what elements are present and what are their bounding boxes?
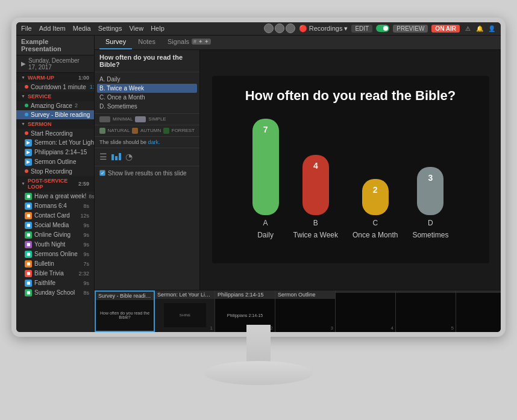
tab-notes[interactable]: Notes xyxy=(132,36,161,50)
bell-icon[interactable]: 🔔 xyxy=(475,24,484,33)
sidebar-date[interactable]: ▶ Sunday, December 17, 2017 xyxy=(16,55,94,73)
social-label: Social Media xyxy=(34,222,69,228)
tab-bar: Survey Notes Signals # ✦ ✦ xyxy=(95,36,501,50)
sidebar-item-romans[interactable]: ◼ Romans 6:4 8s xyxy=(16,201,94,211)
show-live-label: Show live results on this slide xyxy=(108,170,187,177)
sidebar-item-sunday-school[interactable]: ◼ Sunday School 8s xyxy=(16,288,94,298)
filmstrip-item-1[interactable]: Sermon: Let Your Light SHINE 1 xyxy=(155,290,215,332)
bulletin-time: 7s xyxy=(83,261,89,267)
collapse-sermon-icon: ▼ xyxy=(21,122,25,126)
signals-badge: # ✦ ✦ xyxy=(192,39,211,45)
filmstrip-label-3: Sermon Outline xyxy=(275,290,335,299)
section-service[interactable]: ▼ SERVICE xyxy=(16,92,94,101)
filmstrip-thumb-text-2: Philippians 2:14-15 xyxy=(226,312,265,319)
bar-daily-text: Daily xyxy=(257,231,274,239)
theme-natural-label: NATURAL xyxy=(108,128,130,133)
section-postservice[interactable]: ▼ POST-SERVICE LOOP 2:59 xyxy=(16,176,94,192)
bar-chart-icon[interactable] xyxy=(111,152,122,162)
sidebar-title: Example Presentation xyxy=(16,36,94,55)
tab-survey[interactable]: Survey xyxy=(99,36,132,50)
sidebar-item-sermon-outline[interactable]: ▶ Sermon Outline xyxy=(16,157,94,167)
sidebar-item-survey[interactable]: Survey - Bible reading xyxy=(16,110,94,119)
filmstrip-item-6[interactable]: 6 xyxy=(456,290,501,332)
sidebar-item-sermons-online[interactable]: ◼ Sermons Online 9s xyxy=(16,249,94,259)
menu-view[interactable]: View xyxy=(129,25,143,32)
show-live-checkbox[interactable]: ✓ xyxy=(99,170,105,176)
trivia-label: Bible Trivia xyxy=(34,270,64,277)
dot-stop-icon xyxy=(25,169,28,173)
survey-option-a[interactable]: A. Daily xyxy=(99,75,195,84)
filmstrip-thumb-5 xyxy=(396,293,456,332)
filmstrip-item-4[interactable]: 4 xyxy=(336,290,396,332)
sidebar-item-contact[interactable]: ◼ Contact Card 12s xyxy=(16,211,94,221)
dark-link[interactable]: dark. xyxy=(148,139,160,145)
filmstrip-label-0: Survey - Bible reading xyxy=(96,292,154,300)
preview-button[interactable]: PREVIEW xyxy=(393,25,428,33)
sidebar-item-start-recording[interactable]: Start Recording xyxy=(16,129,94,138)
sidebar-item-social[interactable]: ◼ Social Media 9s xyxy=(16,221,94,230)
survey-option-c[interactable]: C. Once a Month xyxy=(99,93,195,102)
survey-option-d[interactable]: D. Sometimes xyxy=(99,102,195,111)
menu-media[interactable]: Media xyxy=(73,25,91,32)
contact-time: 12s xyxy=(80,213,89,219)
sidebar-item-great-week[interactable]: ◼ Have a great week! 8s xyxy=(16,192,94,201)
avatar-2 xyxy=(275,24,284,33)
great-week-label: Have a great week! xyxy=(34,193,86,199)
theme-minimal[interactable] xyxy=(99,116,110,122)
filmstrip-number-1: 1 xyxy=(210,325,213,331)
theme-natural[interactable] xyxy=(99,128,105,134)
countdown-label: Countdown 1 minute xyxy=(31,84,86,90)
menu-settings[interactable]: Settings xyxy=(98,25,122,32)
sidebar-item-philippians[interactable]: ▶ Philippians 2:14–15 xyxy=(16,148,94,157)
theme-forrest[interactable] xyxy=(163,128,169,134)
filmstrip-item-5[interactable]: 5 xyxy=(396,290,456,332)
philippians-icon: ▶ xyxy=(25,149,32,156)
sidebar-item-stop-recording[interactable]: Stop Recording xyxy=(16,167,94,176)
sidebar-item-bulletin[interactable]: ◼ Bulletin 7s xyxy=(16,259,94,269)
recordings-button[interactable]: 🔴 Recordings ▾ xyxy=(299,25,348,33)
menu-help[interactable]: Help xyxy=(151,25,164,32)
sidebar-item-countdown[interactable]: Countdown 1 minute 1:00 xyxy=(16,83,94,92)
youth-icon: ◼ xyxy=(25,241,32,248)
tab-signals[interactable]: Signals # ✦ ✦ xyxy=(161,36,217,50)
monitor-stand-base xyxy=(204,361,313,385)
pie-chart-icon[interactable]: ◔ xyxy=(125,152,133,161)
filmstrip-item-0[interactable]: Survey - Bible reading How often do you … xyxy=(95,290,155,332)
sidebar-item-youth[interactable]: ◼ Youth Night 9s xyxy=(16,240,94,249)
filmstrip-item-3[interactable]: Sermon Outline 3 xyxy=(275,290,336,332)
contact-label: Contact Card xyxy=(34,212,70,219)
collapse-service-icon: ▼ xyxy=(21,94,25,98)
edit-button[interactable]: EDIT xyxy=(351,25,372,33)
romans-icon: ◼ xyxy=(25,202,32,210)
onair-button[interactable]: ON AIR xyxy=(431,25,460,33)
sermon-icon: ▶ xyxy=(25,139,32,146)
filmstrip-thumb-4 xyxy=(336,293,395,332)
bulletin-label: Bulletin xyxy=(34,260,54,267)
sidebar-item-faithlife[interactable]: ◼ Faithlife 9s xyxy=(16,278,94,288)
sidebar-item-sermon-shine[interactable]: ▶ Sermon: Let Your Light Shine xyxy=(16,138,94,148)
bar-daily-letter: A xyxy=(263,219,268,227)
survey-option-b[interactable]: B. Twice a Week xyxy=(97,84,197,93)
sermons-online-label: Sermons Online xyxy=(34,251,78,257)
edit-toggle[interactable] xyxy=(376,25,389,32)
theme-simple[interactable] xyxy=(135,116,146,122)
bar-sometimes-value: 3 xyxy=(428,173,433,183)
user-icon[interactable]: 👤 xyxy=(487,24,496,33)
philippians-label: Philippians 2:14–15 xyxy=(34,149,87,155)
postservice-time: 2:59 xyxy=(78,181,89,187)
theme-autumn[interactable] xyxy=(132,128,138,134)
bar-sometimes: 3 D Sometimes xyxy=(412,167,448,239)
filmstrip: Survey - Bible reading How often do you … xyxy=(95,290,501,332)
filmstrip-number-3: 3 xyxy=(331,325,333,331)
sidebar-item-amazing-grace[interactable]: Amazing Grace 2 xyxy=(16,101,94,110)
section-sermon[interactable]: ▼ Sermon xyxy=(16,119,94,129)
sidebar-item-bible-trivia[interactable]: ◼ Bible Trivia 2:32 xyxy=(16,269,94,278)
lines-chart-icon[interactable]: ☰ xyxy=(99,152,107,161)
menu-file[interactable]: File xyxy=(21,25,32,32)
warning-icon: ⚠ xyxy=(463,24,472,33)
theme-autumn-label: AUTUMN xyxy=(140,128,161,133)
bar-twice-week: 4 B Twice a Week xyxy=(293,155,338,239)
menu-add-item[interactable]: Add Item xyxy=(39,25,66,32)
section-warmup[interactable]: ▼ WARM-UP 1:00 xyxy=(16,73,94,83)
sidebar-item-giving[interactable]: ◼ Online Giving 9s xyxy=(16,230,94,240)
